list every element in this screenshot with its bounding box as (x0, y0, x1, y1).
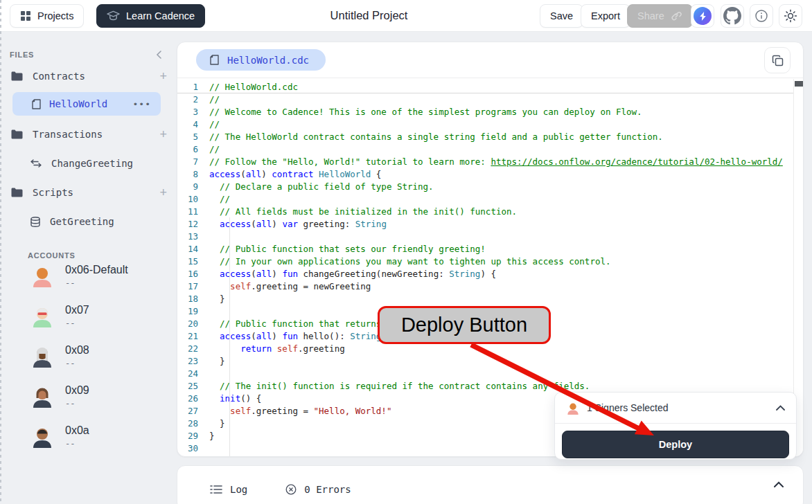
code-text: // Follow the "Hello, World!" tutorial t… (209, 156, 783, 168)
account-item[interactable]: 0x09 -- (30, 384, 170, 408)
sidebar-file-getgreeting[interactable]: GetGreeting (30, 213, 167, 230)
line-number: 7 (177, 156, 209, 168)
code-line[interactable]: 7// Follow the "Hello, World!" tutorial … (177, 156, 803, 168)
github-button[interactable] (721, 4, 744, 28)
line-number: 22 (177, 343, 209, 355)
collapse-signers-icon[interactable] (776, 405, 785, 411)
editor-header: HelloWorld.cdc (177, 42, 803, 78)
errors-tab[interactable]: 0 Errors (285, 484, 351, 495)
sidebar-folder-scripts[interactable]: Scripts + (11, 184, 167, 201)
theme-toggle-button[interactable] (779, 4, 802, 28)
log-tab[interactable]: Log (210, 484, 247, 495)
divider (555, 423, 796, 424)
line-number: 17 (177, 280, 209, 293)
add-transaction-icon[interactable]: + (159, 127, 167, 142)
code-text: } (209, 293, 225, 305)
code-line[interactable]: 18 } (177, 293, 803, 305)
code-text: // (209, 93, 220, 106)
code-line[interactable]: 4// (177, 118, 803, 131)
code-line[interactable]: 12 access(all) var greeting: String (177, 218, 803, 231)
line-number: 11 (177, 206, 209, 218)
window-resize-edge[interactable] (0, 0, 1, 504)
editor-scrollbar-thumb[interactable] (795, 81, 803, 87)
folder-label: Transactions (33, 129, 150, 140)
line-number: 4 (177, 118, 209, 131)
code-line[interactable]: 14 // Public function that sets our frie… (177, 243, 803, 255)
save-label: Save (550, 10, 573, 21)
account-address: 0x09 (65, 384, 89, 397)
sidebar-file-changegreeting[interactable]: ChangeGreeting (30, 155, 167, 172)
code-text: // (209, 193, 230, 206)
code-text: self.greeting = "Hello, World!" (209, 405, 391, 417)
code-line[interactable]: 9 // Declare a public field of type Stri… (177, 181, 803, 193)
collapse-sidebar-icon[interactable] (156, 51, 163, 59)
community-button[interactable] (691, 4, 714, 28)
projects-button[interactable]: Projects (10, 4, 84, 28)
expand-log-icon[interactable] (774, 481, 784, 487)
add-contract-icon[interactable]: + (159, 69, 167, 84)
account-item[interactable]: 0x08 -- (30, 344, 170, 368)
code-line[interactable]: 11 // All fields must be initialized in … (177, 206, 803, 218)
accounts-section-label: ACCOUNTS (28, 251, 76, 260)
folder-label: Contracts (33, 71, 150, 82)
code-line[interactable]: 3// Welcome to Cadence! This is one of t… (177, 106, 803, 118)
export-button[interactable]: Export (581, 4, 630, 28)
account-item[interactable]: 0x07 -- (30, 304, 170, 328)
code-line[interactable]: 24 (177, 368, 803, 380)
code-text: // All fields must be initialized in the… (209, 206, 517, 218)
code-line[interactable]: 13 (177, 231, 803, 243)
code-line[interactable]: 10 // (177, 193, 803, 206)
projects-label: Projects (37, 10, 73, 21)
line-number: 20 (177, 318, 209, 330)
annotation-deploy-button-callout: Deploy Button (378, 306, 551, 344)
sun-icon (784, 9, 797, 23)
add-script-icon[interactable]: + (159, 186, 167, 200)
account-avatar (30, 304, 54, 327)
account-item[interactable]: 0x06-Default -- (30, 264, 170, 288)
code-line[interactable]: 23 } (177, 355, 803, 368)
learn-cadence-button[interactable]: Learn Cadence (96, 4, 205, 28)
folder-icon (11, 129, 23, 139)
sidebar-folder-contracts[interactable]: Contracts + (11, 68, 167, 84)
line-number: 30 (177, 442, 209, 455)
line-number: 28 (177, 417, 209, 430)
code-line[interactable]: 16 access(all) fun changeGreeting(newGre… (177, 268, 803, 280)
code-line[interactable]: 8access(all) contract HelloWorld { (177, 168, 803, 181)
indent-guide (229, 217, 230, 457)
account-item[interactable]: 0x0a -- (30, 424, 170, 449)
sidebar-file-helloworld-selected[interactable]: HelloWorld ••• (12, 92, 161, 116)
account-avatar (30, 424, 54, 448)
code-line[interactable]: 15 // In your own applications you may w… (177, 255, 803, 268)
code-text: access(all) fun hello(): String { (209, 330, 391, 343)
sidebar-folder-transactions[interactable]: Transactions + (11, 126, 167, 143)
code-line[interactable]: 17 self.greeting = newGreeting (177, 280, 803, 293)
line-number: 25 (177, 380, 209, 393)
line-number: 5 (177, 131, 209, 143)
line-number: 2 (177, 93, 209, 106)
code-text: access(all) var greeting: String (209, 218, 387, 231)
code-line[interactable]: 25 // The init() function is required if… (177, 380, 803, 393)
code-line[interactable]: 1// HelloWorld.cdc (177, 81, 803, 93)
code-line[interactable]: 22 return self.greeting (177, 343, 803, 355)
account-balance: -- (65, 439, 89, 449)
code-text: // In your own applications you may want… (209, 255, 611, 268)
code-text: // Welcome to Cadence! This is one of th… (209, 106, 642, 118)
save-button[interactable]: Save (540, 4, 583, 28)
tab-helloworld-cdc[interactable]: HelloWorld.cdc (196, 49, 326, 71)
code-line[interactable]: 2// (177, 93, 803, 106)
errors-label: 0 Errors (304, 484, 351, 495)
code-text: // HelloWorld.cdc (209, 81, 298, 93)
code-text: } (209, 355, 225, 368)
line-number: 29 (177, 430, 209, 442)
share-button[interactable]: Share (627, 4, 693, 28)
code-link[interactable]: https://docs.onflow.org/cadence/tutorial… (491, 156, 782, 167)
info-button[interactable] (750, 4, 773, 28)
code-text: // The HelloWorld contract contains a si… (209, 131, 663, 143)
deploy-button[interactable]: Deploy (562, 431, 789, 458)
file-menu-icon[interactable]: ••• (133, 99, 151, 109)
copy-code-button[interactable] (764, 47, 791, 73)
code-line[interactable]: 6// (177, 143, 803, 156)
account-avatar (30, 344, 54, 368)
code-line[interactable]: 5// The HelloWorld contract contains a s… (177, 131, 803, 143)
log-panel: Log 0 Errors (177, 465, 804, 504)
